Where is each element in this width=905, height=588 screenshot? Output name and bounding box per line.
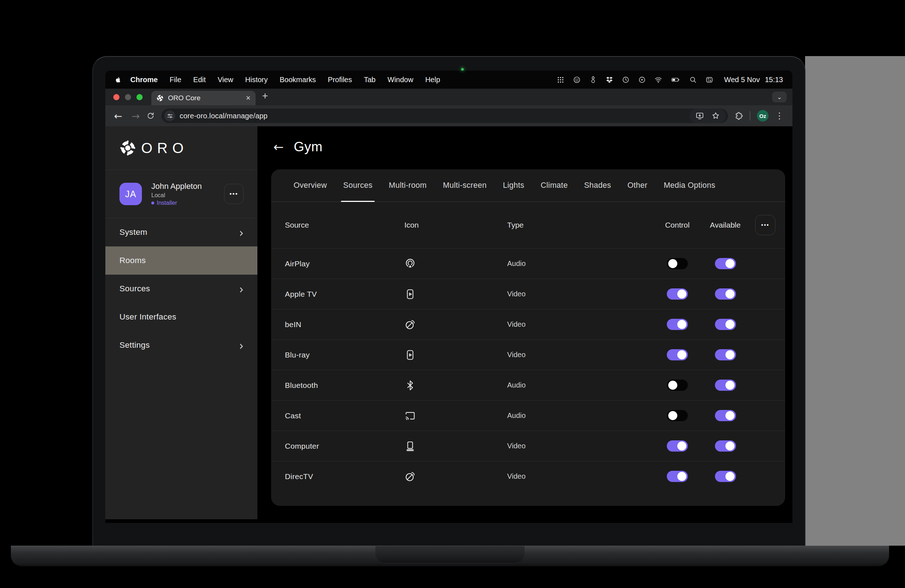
reload-button[interactable] — [146, 111, 155, 120]
toolbar-divider — [750, 111, 750, 120]
browser-profile-avatar[interactable]: Oz — [757, 110, 768, 122]
oro-app: ORO JA John Appleton Local Installer •••… — [105, 126, 792, 523]
available-toggle[interactable] — [715, 441, 736, 452]
available-toggle[interactable] — [715, 380, 736, 391]
control-toggle[interactable] — [667, 258, 688, 269]
menu-help[interactable]: Help — [426, 76, 440, 84]
window-controls — [113, 94, 143, 100]
wifi-icon[interactable] — [654, 76, 662, 84]
available-toggle[interactable] — [715, 349, 736, 360]
menu-clock[interactable]: Wed 5 Nov 15:13 — [724, 76, 783, 84]
table-row: Bluetooth Audio — [271, 370, 785, 400]
bookmark-star-icon[interactable] — [711, 111, 720, 120]
figure-app-icon[interactable] — [589, 76, 597, 84]
table-header: Source Icon Type Control Available ••• — [271, 202, 785, 248]
input-globe-icon[interactable] — [573, 76, 581, 84]
avatar: JA — [119, 183, 142, 205]
menu-bookmarks[interactable]: Bookmarks — [280, 76, 316, 84]
back-arrow-icon[interactable]: ← — [273, 139, 284, 154]
source-name: Apple TV — [285, 290, 404, 298]
tab-shades[interactable]: Shades — [584, 170, 611, 201]
tab-search-chevron-button[interactable]: ⌄ — [772, 92, 787, 102]
available-toggle[interactable] — [715, 288, 736, 300]
menu-profiles[interactable]: Profiles — [328, 76, 352, 84]
menu-chrome[interactable]: Chrome — [130, 76, 158, 84]
menu-edit[interactable]: Edit — [193, 76, 206, 84]
minimize-window-button[interactable] — [125, 94, 131, 100]
tab-close-icon[interactable]: × — [246, 94, 251, 102]
apple-logo-icon[interactable] — [115, 76, 122, 84]
satellite-icon — [404, 471, 416, 482]
source-name: Cast — [285, 411, 404, 420]
col-type: Type — [507, 221, 659, 230]
control-toggle[interactable] — [667, 380, 688, 391]
tab-multi-screen[interactable]: Multi-screen — [443, 170, 487, 201]
menu-window[interactable]: Window — [388, 76, 413, 84]
forward-button[interactable]: → — [129, 110, 143, 122]
menu-history[interactable]: History — [245, 76, 268, 84]
extensions-icon[interactable] — [735, 111, 743, 120]
source-type: Video — [507, 442, 659, 450]
page-header: ← Gym — [273, 139, 322, 155]
back-button[interactable]: ← — [111, 110, 125, 122]
dropbox-icon[interactable] — [606, 76, 613, 84]
satellite-icon — [404, 319, 416, 330]
time-machine-icon[interactable] — [622, 76, 630, 84]
apps-grid-icon[interactable] — [557, 76, 564, 84]
tab-sources[interactable]: Sources — [343, 170, 373, 201]
tab-other[interactable]: Other — [627, 170, 647, 201]
menu-tab[interactable]: Tab — [364, 76, 375, 84]
menu-view[interactable]: View — [218, 76, 233, 84]
search-icon[interactable] — [689, 76, 697, 84]
available-toggle[interactable] — [715, 471, 736, 482]
tab-media-options[interactable]: Media Options — [664, 170, 715, 201]
tab-lights[interactable]: Lights — [503, 170, 524, 201]
control-toggle[interactable] — [667, 441, 688, 452]
available-toggle[interactable] — [715, 258, 736, 269]
browser-toolbar: ← → core-oro.local/manage/app Oz ⋮ — [105, 105, 792, 126]
control-toggle[interactable] — [667, 471, 688, 482]
airplay-icon — [404, 258, 416, 269]
tab-climate[interactable]: Climate — [540, 170, 568, 201]
play-box-icon — [404, 288, 416, 300]
laptop-screen: ChromeFileEditViewHistoryBookmarksProfil… — [105, 71, 792, 523]
user-name: John Appleton — [151, 182, 202, 191]
battery-icon[interactable] — [671, 76, 681, 84]
sidebar-item-settings[interactable]: Settings › — [105, 331, 257, 359]
site-settings-icon[interactable] — [164, 110, 175, 121]
play-circle-icon[interactable] — [638, 76, 646, 84]
close-window-button[interactable] — [113, 94, 119, 100]
room-card: OverviewSourcesMulti-roomMulti-screenLig… — [271, 170, 785, 506]
install-app-icon[interactable] — [695, 111, 704, 120]
table-options-button[interactable]: ••• — [755, 215, 775, 235]
source-name: AirPlay — [285, 260, 404, 268]
source-type: Video — [507, 350, 659, 359]
control-toggle[interactable] — [667, 410, 688, 421]
address-bar[interactable]: core-oro.local/manage/app — [162, 109, 728, 123]
page-title: Gym — [294, 139, 323, 155]
control-center-icon[interactable] — [705, 76, 713, 84]
control-toggle[interactable] — [667, 349, 688, 360]
control-toggle[interactable] — [667, 288, 688, 300]
tab-overview[interactable]: Overview — [294, 170, 327, 201]
user-more-button[interactable]: ••• — [224, 184, 244, 204]
sidebar-item-system[interactable]: System › — [105, 218, 257, 246]
sidebar-item-rooms[interactable]: Rooms › — [105, 246, 257, 275]
control-toggle[interactable] — [667, 319, 688, 330]
tab-title: ORO Core — [168, 94, 246, 102]
sidebar-item-user-interfaces[interactable]: User Interfaces › — [105, 303, 257, 331]
background-panel — [805, 56, 905, 546]
status-icons: Wed 5 Nov 15:13 — [557, 76, 783, 84]
table-row: Apple TV Video — [271, 279, 785, 309]
menu-file[interactable]: File — [170, 76, 181, 84]
browser-tab[interactable]: ORO Core × — [151, 91, 256, 105]
bluetooth-icon — [404, 380, 416, 391]
available-toggle[interactable] — [715, 319, 736, 330]
browser-menu-icon[interactable]: ⋮ — [772, 111, 787, 121]
new-tab-button[interactable]: + — [262, 90, 268, 102]
zoom-window-button[interactable] — [137, 94, 143, 100]
available-toggle[interactable] — [715, 410, 736, 421]
sidebar-item-sources[interactable]: Sources › — [105, 275, 257, 303]
source-type: Audio — [507, 260, 659, 268]
tab-multi-room[interactable]: Multi-room — [389, 170, 427, 201]
